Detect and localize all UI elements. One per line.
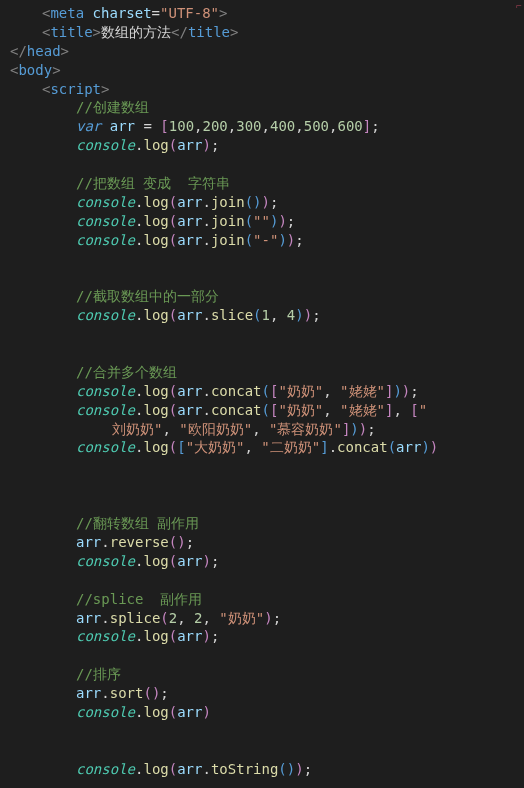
code-line: console.log(arr.slice(1, 4)); [0, 306, 524, 325]
code-line [0, 457, 524, 476]
code-line [0, 268, 524, 287]
code-line: arr.reverse(); [0, 533, 524, 552]
code-line: console.log(arr); [0, 136, 524, 155]
code-line: </head> [0, 42, 524, 61]
code-line [0, 250, 524, 269]
code-line: console.log(arr.concat(["奶奶", "姥姥"], [" [0, 401, 524, 420]
collapse-icon: ⌐ [516, 0, 522, 14]
code-line: <body> [0, 61, 524, 80]
code-line: var arr = [100,200,300,400,500,600]; [0, 117, 524, 136]
code-line [0, 476, 524, 495]
code-line [0, 722, 524, 741]
code-line: <title>数组的方法</title> [0, 23, 524, 42]
code-line: <script> [0, 80, 524, 99]
code-line: arr.sort(); [0, 684, 524, 703]
code-line: //排序 [0, 665, 524, 684]
code-line: //把数组 变成 字符串 [0, 174, 524, 193]
code-line: console.log(arr); [0, 552, 524, 571]
code-line: <meta charset="UTF-8"> [0, 4, 524, 23]
code-line: //截取数组中的一部分 [0, 287, 524, 306]
code-line: 刘奶奶", "欧阳奶奶", "慕容奶奶"])); [0, 420, 524, 439]
code-line: console.log(arr) [0, 703, 524, 722]
code-line: console.log(["大奶奶", "二奶奶"].concat(arr)) [0, 438, 524, 457]
code-line: //splice 副作用 [0, 590, 524, 609]
code-line: console.log(arr.toString()); [0, 760, 524, 779]
code-line [0, 344, 524, 363]
code-line [0, 325, 524, 344]
code-line: arr.splice(2, 2, "奶奶"); [0, 609, 524, 628]
code-line: console.log(arr.concat(["奶奶", "姥姥"])); [0, 382, 524, 401]
code-line [0, 741, 524, 760]
code-editor[interactable]: <meta charset="UTF-8"><title>数组的方法</titl… [0, 0, 524, 779]
code-line [0, 495, 524, 514]
code-line [0, 646, 524, 665]
code-line: console.log(arr.join("")); [0, 212, 524, 231]
code-line: //合并多个数组 [0, 363, 524, 382]
code-line: console.log(arr); [0, 627, 524, 646]
code-line: //翻转数组 副作用 [0, 514, 524, 533]
code-line [0, 571, 524, 590]
code-line: //创建数组 [0, 98, 524, 117]
code-line: console.log(arr.join("-")); [0, 231, 524, 250]
code-line [0, 155, 524, 174]
code-line: console.log(arr.join()); [0, 193, 524, 212]
